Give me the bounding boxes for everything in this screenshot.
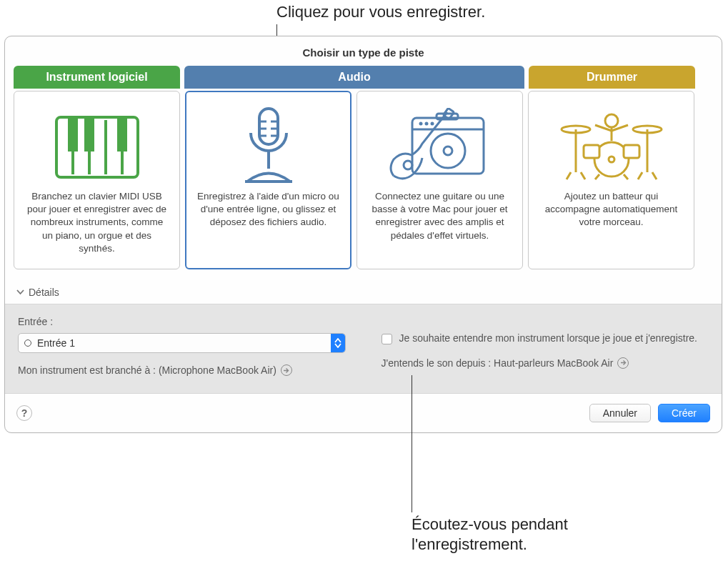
tab-audio[interactable]: Audio <box>184 66 524 89</box>
svg-rect-5 <box>68 119 78 152</box>
svg-point-25 <box>404 161 412 169</box>
arrow-right-circle-icon <box>281 364 292 376</box>
svg-line-43 <box>595 174 599 179</box>
help-button[interactable]: ? <box>16 405 32 421</box>
monitor-checkbox[interactable] <box>382 334 392 344</box>
svg-rect-38 <box>624 145 639 158</box>
cancel-button[interactable]: Annuler <box>589 404 651 422</box>
tab-software-instrument[interactable]: Instrument logiciel <box>14 66 180 89</box>
output-device-line[interactable]: J'entends le son depuis : Haut-parleurs … <box>382 357 709 369</box>
input-device-line[interactable]: Mon instrument est branché à : (Micropho… <box>18 364 346 376</box>
details-panel: Entrée : Entrée 1 Mon instrument est bra… <box>5 304 722 394</box>
svg-point-36 <box>609 157 614 162</box>
svg-line-40 <box>581 172 585 179</box>
create-button[interactable]: Créer <box>658 404 710 422</box>
svg-point-20 <box>431 134 465 168</box>
keyboard-icon <box>26 104 168 190</box>
card-guitar-desc: Connectez une guitare ou une basse à vot… <box>369 190 511 242</box>
choose-track-type-dialog: Choisir un type de piste Instrument logi… <box>4 36 722 433</box>
svg-point-23 <box>424 122 428 126</box>
input-select[interactable]: Entrée 1 <box>18 333 346 353</box>
svg-rect-37 <box>584 145 599 158</box>
track-type-cards: Branchez un clavier MIDI USB pour jouer … <box>5 89 722 269</box>
tab-drummer[interactable]: Drummer <box>529 66 695 89</box>
svg-line-42 <box>652 172 657 179</box>
monitor-checkbox-row[interactable]: Je souhaite entendre mon instrument lors… <box>382 332 709 346</box>
input-label: Entrée : <box>18 316 346 327</box>
dialog-footer: ? Annuler Créer <box>5 394 722 432</box>
svg-rect-7 <box>117 119 127 152</box>
card-audio-mic[interactable]: Enregistrez à l'aide d'un micro ou d'une… <box>185 91 351 269</box>
callout-line-bottom <box>412 375 412 512</box>
svg-point-24 <box>430 122 434 126</box>
svg-point-27 <box>605 114 618 127</box>
svg-point-22 <box>419 122 422 126</box>
svg-line-44 <box>624 174 628 179</box>
svg-rect-8 <box>259 109 278 144</box>
dialog-title: Choisir un type de piste <box>5 36 722 66</box>
svg-line-39 <box>567 172 571 179</box>
arrow-right-circle-icon <box>617 357 629 369</box>
input-device-text: Mon instrument est branché à : (Micropho… <box>18 364 276 376</box>
card-software-instrument[interactable]: Branchez un clavier MIDI USB pour jouer … <box>14 91 180 269</box>
svg-rect-6 <box>84 119 94 152</box>
card-drummer[interactable]: Ajoutez un batteur qui accompagne automa… <box>528 91 694 269</box>
output-device-text: J'entends le son depuis : Haut-parleurs … <box>382 357 614 369</box>
details-label: Détails <box>29 287 59 298</box>
monitor-label: Je souhaite entendre mon instrument lors… <box>399 332 697 346</box>
svg-point-21 <box>444 147 452 155</box>
input-select-value: Entrée 1 <box>37 337 331 349</box>
details-disclosure[interactable]: Détails <box>5 269 722 304</box>
track-type-tabs: Instrument logiciel Audio Drummer <box>5 66 722 89</box>
microphone-icon <box>197 104 340 190</box>
callout-record-yourself: Cliquez pour vous enregistrer. <box>276 3 485 21</box>
card-mic-desc: Enregistrez à l'aide d'un micro ou d'une… <box>197 190 340 229</box>
drumkit-icon <box>540 104 682 190</box>
guitar-amp-icon <box>369 104 511 190</box>
stepper-arrows-icon <box>331 334 345 352</box>
input-channel-icon <box>24 339 31 347</box>
svg-line-41 <box>638 172 642 179</box>
chevron-down-icon <box>16 287 24 298</box>
card-drummer-desc: Ajoutez un batteur qui accompagne automa… <box>540 190 682 229</box>
callout-monitor-yourself: Écoutez-vous pendant l'enregistrement. <box>412 515 568 554</box>
card-software-desc: Branchez un clavier MIDI USB pour jouer … <box>26 190 168 255</box>
card-audio-guitar[interactable]: Connectez une guitare ou une basse à vot… <box>356 91 523 269</box>
